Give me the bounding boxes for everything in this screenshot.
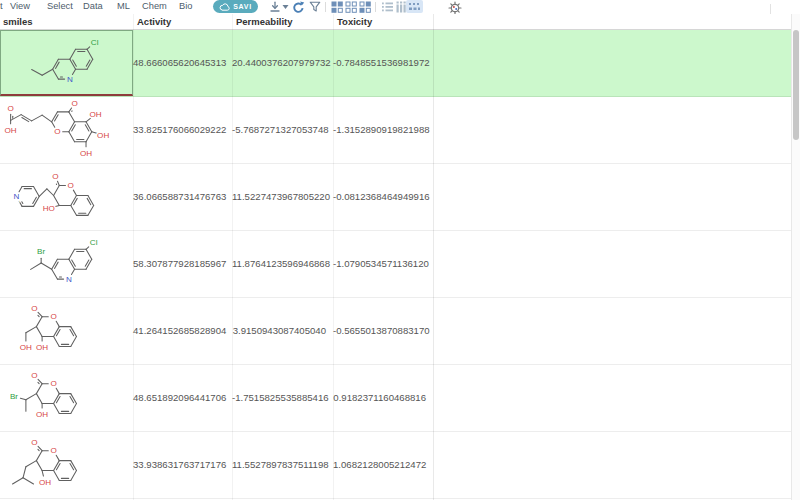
toxicity-cell[interactable]: -1.3152890919821988	[333, 97, 433, 163]
molecule-structure-5,6,7-trihydroxychromone acrylic acid: OOOOHOHOHOH	[0, 97, 131, 160]
download-icon[interactable]	[269, 1, 281, 13]
toolbar-divider	[325, 2, 326, 12]
permeability-cell[interactable]: -1.7515825535885416	[232, 365, 333, 431]
molecule-structure-3-(1-bromoethyl)-4-hydroxychroman-2-one: OOBrOH	[0, 365, 131, 428]
filter-icon[interactable]	[309, 1, 321, 13]
list-view-icon[interactable]	[381, 1, 394, 13]
table-row[interactable]: NCl 48.666065620645313 20.44003762079797…	[0, 30, 791, 97]
molecule-cell[interactable]: NCl	[0, 30, 133, 96]
toxicity-cell[interactable]: -0.5655013870883170	[333, 298, 433, 364]
row-filler	[433, 432, 791, 498]
svg-text:N: N	[13, 192, 19, 201]
toxicity-cell[interactable]: -0.0812368464949916	[333, 164, 433, 230]
column-header-permeability[interactable]: Permeability	[236, 14, 293, 30]
svg-text:O: O	[68, 181, 74, 190]
clipped-menu-item: t	[0, 1, 3, 11]
column-header-toxicity[interactable]: Toxicity	[337, 14, 372, 30]
activity-cell[interactable]: 58.307877928185967	[133, 231, 232, 297]
activity-cell[interactable]: 41.264152685828904	[133, 298, 232, 364]
permeability-cell[interactable]: 11.5527897837511198	[232, 432, 333, 498]
row-filler	[433, 164, 791, 230]
table-row[interactable]: OOOH 33.938631763717176 11.5527897837511…	[0, 432, 791, 499]
svg-text:OH: OH	[20, 343, 32, 352]
grid-view-icon-1[interactable]	[331, 1, 343, 13]
svg-text:O: O	[31, 371, 37, 380]
row-filler	[433, 97, 791, 163]
dots-view-icon[interactable]	[406, 0, 423, 13]
toxicity-cell[interactable]: 0.9182371160468816	[333, 365, 433, 431]
menu-view[interactable]: View	[10, 1, 30, 11]
svg-text:O: O	[7, 104, 13, 113]
molecule-cell[interactable]: NBrCl	[0, 231, 133, 297]
menu-select[interactable]: Select	[47, 1, 73, 11]
svg-text:N: N	[66, 275, 72, 284]
column-header-smiles[interactable]: smiles	[3, 14, 33, 30]
molecule-structure-4-hydroxy-3-isobutylchroman-2-one: OOOH	[0, 432, 131, 495]
toxicity-cell[interactable]: -0.7848551536981972	[333, 30, 433, 96]
caret-down-icon[interactable]	[282, 4, 289, 10]
scrollbar-thumb[interactable]	[793, 30, 799, 140]
toxicity-cell[interactable]: 1.0682128005212472	[333, 432, 433, 498]
molecule-structure-4-(1-bromoethyl)-7-chloroquinoline: NBrCl	[0, 231, 131, 294]
permeability-cell[interactable]: 11.5227473967805220	[232, 164, 333, 230]
molecule-cell[interactable]: OOOHOH	[0, 298, 133, 364]
svg-text:O: O	[50, 379, 56, 388]
savi-button-label: SAVI	[233, 3, 252, 10]
svg-text:O: O	[31, 438, 37, 447]
svg-text:O: O	[50, 312, 56, 321]
molecule-structure-4-hydroxy-3-(pyridin-4-ylmethyl)chroman-2-one: NOOHO	[0, 164, 131, 227]
activity-cell[interactable]: 33.938631763717176	[133, 432, 232, 498]
toolbar-divider	[375, 2, 376, 12]
svg-text:O: O	[31, 304, 37, 313]
svg-text:O: O	[50, 446, 56, 455]
molecule-structure-4-hydroxy-3-(hydroxymethyl)chroman-2-one: OOOHOH	[0, 298, 131, 361]
activity-cell[interactable]: 48.666065620645313	[133, 30, 232, 96]
permeability-cell[interactable]: 11.8764123596946868	[232, 231, 333, 297]
refresh-icon[interactable]	[292, 1, 305, 14]
svg-text:OH: OH	[89, 110, 101, 119]
menu-ml[interactable]: ML	[117, 1, 130, 11]
savi-button[interactable]: SAVI	[213, 0, 258, 13]
activity-cell[interactable]: 33.825176066029222	[133, 97, 232, 163]
molecule-cell[interactable]: OOOOHOHOHOH	[0, 97, 133, 163]
molecule-cell[interactable]: OOBrOH	[0, 365, 133, 431]
permeability-cell[interactable]: 3.9150943087405040	[232, 298, 333, 364]
svg-text:OH: OH	[36, 343, 48, 352]
table-row[interactable]: NOOHO 36.066588731476763 11.522747396780…	[0, 164, 791, 231]
menu-chem[interactable]: Chem	[142, 1, 167, 11]
toxicity-cell[interactable]: -1.0790534571136120	[333, 231, 433, 297]
activity-cell[interactable]: 48.651892096441706	[133, 365, 232, 431]
svg-text:Br: Br	[37, 247, 45, 256]
menu-bio[interactable]: Bio	[179, 1, 192, 11]
svg-text:OH: OH	[97, 131, 109, 140]
svg-text:O: O	[54, 127, 60, 136]
molecule-cell[interactable]: OOOH	[0, 432, 133, 498]
svg-text:OH: OH	[5, 126, 17, 135]
svg-text:O: O	[71, 99, 77, 108]
svg-text:OH: OH	[39, 478, 51, 487]
permeability-cell[interactable]: -5.7687271327053748	[232, 97, 333, 163]
top-menu-bar: t View Select Data ML Chem Bio SAVI	[0, 0, 800, 14]
row-filler	[433, 231, 791, 297]
vertical-scrollbar[interactable]	[791, 14, 800, 500]
svg-text:N: N	[67, 75, 73, 84]
grid-body: NCl 48.666065620645313 20.44003762079797…	[0, 30, 791, 499]
permeability-cell[interactable]: 20.4400376207979732	[232, 30, 333, 96]
settings-gear-icon[interactable]	[448, 1, 462, 15]
svg-text:OH: OH	[36, 410, 48, 419]
menu-data[interactable]: Data	[83, 1, 103, 11]
table-row[interactable]: OOBrOH 48.651892096441706 -1.75158255358…	[0, 365, 791, 432]
molecule-cell[interactable]: NOOHO	[0, 164, 133, 230]
datagrok-app-window: t View Select Data ML Chem Bio SAVI	[0, 0, 800, 500]
table-row[interactable]: NBrCl 58.307877928185967 11.876412359694…	[0, 231, 791, 298]
grid-view-icon-2[interactable]	[345, 1, 357, 13]
svg-text:Cl: Cl	[91, 38, 99, 47]
svg-text:Cl: Cl	[90, 238, 98, 247]
column-header-activity[interactable]: Activity	[137, 14, 171, 30]
activity-cell[interactable]: 36.066588731476763	[133, 164, 232, 230]
table-row[interactable]: OOOOHOHOHOH 33.825176066029222 -5.768727…	[0, 97, 791, 164]
grid-view-icon-3[interactable]	[359, 1, 371, 13]
svg-text:O: O	[52, 172, 58, 181]
table-row[interactable]: OOOHOH 41.264152685828904 3.915094308740…	[0, 298, 791, 365]
cloud-icon	[219, 3, 230, 11]
